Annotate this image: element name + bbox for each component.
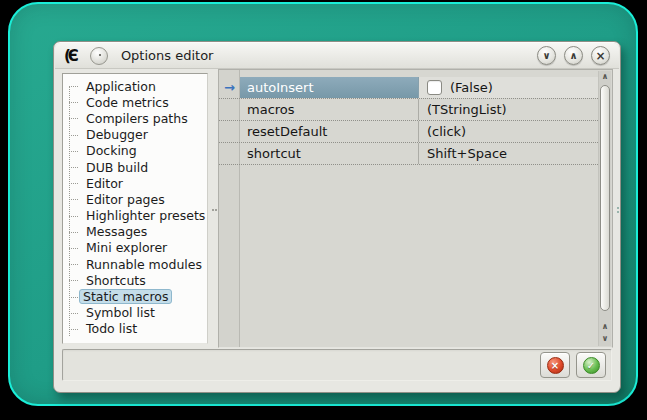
tree-item-docking[interactable]: Docking [63,143,207,159]
titlebar[interactable]: (Є Options editor ∨ ∧ × [55,43,619,69]
tree-item-label: Todo list [82,321,141,336]
scroll-down-button[interactable]: ∨ [599,333,611,345]
chevron-up-icon: ∧ [602,72,609,81]
tree-item-editor-pages[interactable]: Editor pages [63,191,207,207]
property-row-autoinsert: → autoInsert (False) [219,77,598,99]
property-row-resetdefault: resetDefault (click) [219,121,598,143]
grid-gutter-cell [219,99,240,120]
tree-item-label: Highlighter presets [82,208,208,223]
tree-item-label: Runnable modules [82,257,206,272]
accept-button[interactable]: ✓ [576,352,606,378]
property-row-macros: macros (TStringList) [219,99,598,121]
property-value-cell[interactable]: (False) [419,77,598,98]
chevron-up-icon: ∧ [569,50,577,61]
property-name-cell[interactable]: resetDefault [240,121,419,142]
property-value-cell[interactable]: (click) [419,121,598,142]
tree-item-label: Docking [82,143,141,158]
options-editor-window: (Є Options editor ∨ ∧ × Application Code… [53,41,621,393]
autoinsert-checkbox[interactable] [427,80,442,95]
tree-item-dub-build[interactable]: DUB build [63,159,207,175]
property-value-label: (TStringList) [427,102,507,117]
window-frame: (Є Options editor ∨ ∧ × Application Code… [8,2,638,406]
property-row-shortcut: shortcut Shift+Space [219,143,598,165]
property-name-cell[interactable]: macros [240,99,419,120]
tree-item-compilers-paths[interactable]: Compilers paths [63,110,207,126]
tree-item-label: Symbol list [82,305,159,320]
grid-vertical-scrollbar[interactable]: ∧ ∧ ∨ [598,71,611,346]
tree-item-code-metrics[interactable]: Code metrics [63,94,207,110]
scrollbar-steppers: ∧ ∨ [599,321,611,345]
chevron-up-icon: ∧ [602,322,609,331]
scrollbar-thumb[interactable] [600,85,610,311]
tree-item-label: Messages [82,224,151,239]
tree-item-messages[interactable]: Messages [63,224,207,240]
property-name-cell[interactable]: shortcut [240,143,419,164]
property-grid: → autoInsert (False) macros (TStringList… [218,69,613,348]
property-name-cell[interactable]: autoInsert [240,77,419,98]
tree-item-label: Mini explorer [82,240,171,255]
scroll-up-button-bottom[interactable]: ∧ [599,321,611,333]
property-value-label: (False) [450,80,493,95]
tree-item-label: Compilers paths [82,111,192,126]
tree-item-label: DUB build [82,160,152,175]
window-title: Options editor [121,48,214,63]
cancel-button[interactable]: × [540,352,570,378]
tree-grid-splitter[interactable] [210,73,218,344]
tree-item-editor[interactable]: Editor [63,175,207,191]
coedit-logo-icon: (Є [64,47,80,65]
chevron-down-icon: ∨ [542,50,550,61]
chevron-down-icon: ∨ [602,334,609,343]
maximize-button[interactable]: ∧ [564,46,583,65]
property-value-cell[interactable]: (TStringList) [419,99,598,120]
tree-item-label: Application [82,79,160,94]
window-controls: ∨ ∧ × [537,46,610,65]
close-icon: × [595,49,605,63]
tree-item-runnable-modules[interactable]: Runnable modules [63,256,207,272]
tree-item-label: Debugger [82,127,152,142]
close-button[interactable]: × [591,46,610,65]
tree-item-label: Shortcuts [82,273,150,288]
tree-item-label: Code metrics [82,95,173,110]
tree-item-application[interactable]: Application [63,78,207,94]
window-menu-icon [99,54,101,56]
tree-item-label: Editor pages [82,192,169,207]
footer-panel: × ✓ [62,349,612,381]
property-rows: → autoInsert (False) macros (TStringList… [219,70,598,165]
splitter-grip-icon [212,209,214,211]
tree-item-debugger[interactable]: Debugger [63,127,207,143]
tree-item-highlighter-presets[interactable]: Highlighter presets [63,208,207,224]
tree-item-static-macros[interactable]: Static macros [63,288,207,304]
tree-item-label-selected: Static macros [79,289,172,304]
grid-gutter-cell [219,121,240,142]
scroll-up-button[interactable]: ∧ [599,71,611,83]
window-menu-button[interactable] [90,47,108,65]
grid-gutter-cell [219,143,240,164]
tree-item-symbol-list[interactable]: Symbol list [63,305,207,321]
property-value-cell[interactable]: Shift+Space [419,143,598,164]
accept-icon: ✓ [583,357,600,374]
cancel-icon: × [547,357,564,374]
tree-item-mini-explorer[interactable]: Mini explorer [63,240,207,256]
property-value-label: (click) [427,124,466,139]
tree-item-label: Editor [82,176,127,191]
category-tree: Application Code metrics Compilers paths… [62,73,208,344]
tree-item-todo-list[interactable]: Todo list [63,321,207,337]
tree-item-shortcuts[interactable]: Shortcuts [63,272,207,288]
minimize-button[interactable]: ∨ [537,46,556,65]
property-value-label: Shift+Space [427,146,507,161]
selected-row-arrow-icon: → [219,77,240,98]
right-splitter-grip-icon [617,207,619,209]
